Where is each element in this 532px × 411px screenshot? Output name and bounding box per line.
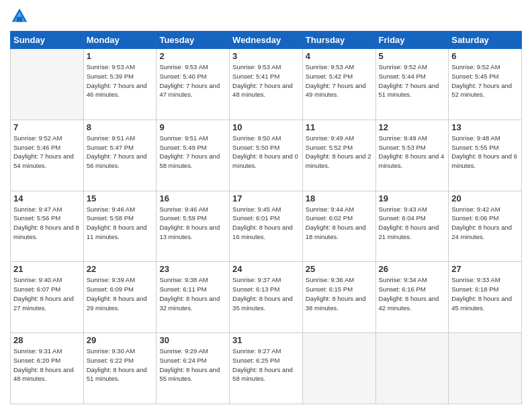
day-number: 26 [379, 264, 446, 274]
day-number: 29 [87, 335, 154, 345]
day-info: Sunrise: 9:50 AMSunset: 5:50 PMDaylight:… [232, 134, 300, 171]
day-number: 22 [87, 264, 154, 274]
calendar-cell: 11Sunrise: 9:49 AMSunset: 5:52 PMDayligh… [302, 120, 375, 191]
calendar-cell: 27Sunrise: 9:33 AMSunset: 6:18 PMDayligh… [449, 262, 522, 333]
calendar-cell: 4Sunrise: 9:53 AMSunset: 5:42 PMDaylight… [302, 49, 375, 120]
calendar-cell: 15Sunrise: 9:46 AMSunset: 5:58 PMDayligh… [83, 191, 157, 262]
calendar-cell: 30Sunrise: 9:29 AMSunset: 6:24 PMDayligh… [157, 333, 230, 404]
calendar-cell: 16Sunrise: 9:46 AMSunset: 5:59 PMDayligh… [157, 191, 230, 262]
calendar-cell: 1Sunrise: 9:53 AMSunset: 5:39 PMDaylight… [83, 49, 157, 120]
day-number: 2 [159, 51, 226, 61]
day-info: Sunrise: 9:52 AMSunset: 5:46 PMDaylight:… [13, 134, 81, 171]
calendar-cell: 2Sunrise: 9:53 AMSunset: 5:40 PMDaylight… [157, 49, 230, 120]
day-info: Sunrise: 9:52 AMSunset: 5:45 PMDaylight:… [451, 62, 519, 99]
day-number: 6 [451, 51, 519, 61]
calendar-week-4: 21Sunrise: 9:40 AMSunset: 6:07 PMDayligh… [11, 262, 522, 333]
calendar-header-sunday: Sunday [11, 32, 84, 49]
calendar-cell: 31Sunrise: 9:27 AMSunset: 6:25 PMDayligh… [230, 333, 303, 404]
day-info: Sunrise: 9:39 AMSunset: 6:09 PMDaylight:… [87, 275, 154, 312]
day-info: Sunrise: 9:45 AMSunset: 6:01 PMDaylight:… [232, 205, 300, 242]
day-number: 17 [232, 193, 300, 203]
day-number: 3 [232, 51, 300, 61]
day-number: 21 [13, 264, 81, 274]
calendar-header-row: SundayMondayTuesdayWednesdayThursdayFrid… [11, 32, 522, 49]
day-info: Sunrise: 9:43 AMSunset: 6:04 PMDaylight:… [379, 205, 446, 242]
day-number: 25 [306, 264, 373, 274]
day-info: Sunrise: 9:52 AMSunset: 5:44 PMDaylight:… [379, 62, 446, 99]
day-info: Sunrise: 9:53 AMSunset: 5:40 PMDaylight:… [159, 62, 226, 99]
day-number: 23 [159, 264, 226, 274]
day-info: Sunrise: 9:47 AMSunset: 5:56 PMDaylight:… [13, 205, 81, 242]
day-info: Sunrise: 9:37 AMSunset: 6:13 PMDaylight:… [232, 275, 300, 312]
calendar-cell: 21Sunrise: 9:40 AMSunset: 6:07 PMDayligh… [11, 262, 84, 333]
day-number: 27 [451, 264, 519, 274]
day-info: Sunrise: 9:49 AMSunset: 5:53 PMDaylight:… [379, 134, 446, 171]
calendar-cell: 19Sunrise: 9:43 AMSunset: 6:04 PMDayligh… [375, 191, 449, 262]
calendar-week-1: 1Sunrise: 9:53 AMSunset: 5:39 PMDaylight… [11, 49, 522, 120]
day-number: 20 [451, 193, 519, 203]
calendar-header-tuesday: Tuesday [157, 32, 230, 49]
day-number: 11 [306, 122, 373, 132]
day-number: 8 [87, 122, 154, 132]
day-info: Sunrise: 9:44 AMSunset: 6:02 PMDaylight:… [306, 205, 373, 242]
day-info: Sunrise: 9:49 AMSunset: 5:52 PMDaylight:… [306, 134, 373, 171]
calendar-cell [302, 333, 375, 404]
day-number: 1 [87, 51, 154, 61]
day-info: Sunrise: 9:29 AMSunset: 6:24 PMDaylight:… [159, 347, 226, 383]
day-number: 30 [159, 335, 226, 345]
day-info: Sunrise: 9:31 AMSunset: 6:20 PMDaylight:… [13, 347, 81, 383]
day-info: Sunrise: 9:40 AMSunset: 6:07 PMDaylight:… [13, 275, 81, 312]
calendar-header-monday: Monday [83, 32, 157, 49]
calendar-table: SundayMondayTuesdayWednesdayThursdayFrid… [10, 31, 522, 404]
day-info: Sunrise: 9:34 AMSunset: 6:16 PMDaylight:… [379, 275, 446, 312]
day-info: Sunrise: 9:53 AMSunset: 5:39 PMDaylight:… [87, 62, 154, 99]
calendar-cell [11, 49, 84, 120]
calendar-week-3: 14Sunrise: 9:47 AMSunset: 5:56 PMDayligh… [11, 191, 522, 262]
svg-rect-2 [17, 17, 22, 21]
header [10, 7, 522, 26]
day-info: Sunrise: 9:42 AMSunset: 6:06 PMDaylight:… [451, 205, 519, 242]
calendar-cell: 18Sunrise: 9:44 AMSunset: 6:02 PMDayligh… [302, 191, 375, 262]
calendar-cell: 6Sunrise: 9:52 AMSunset: 5:45 PMDaylight… [449, 49, 522, 120]
day-number: 12 [379, 122, 446, 132]
calendar-cell: 29Sunrise: 9:30 AMSunset: 6:22 PMDayligh… [83, 333, 157, 404]
calendar-header-thursday: Thursday [302, 32, 375, 49]
calendar-week-2: 7Sunrise: 9:52 AMSunset: 5:46 PMDaylight… [11, 120, 522, 191]
day-info: Sunrise: 9:51 AMSunset: 5:47 PMDaylight:… [87, 134, 154, 171]
day-info: Sunrise: 9:53 AMSunset: 5:41 PMDaylight:… [232, 62, 300, 99]
day-info: Sunrise: 9:36 AMSunset: 6:15 PMDaylight:… [306, 275, 373, 312]
calendar-cell: 23Sunrise: 9:38 AMSunset: 6:11 PMDayligh… [157, 262, 230, 333]
calendar-cell: 10Sunrise: 9:50 AMSunset: 5:50 PMDayligh… [230, 120, 303, 191]
calendar-cell: 17Sunrise: 9:45 AMSunset: 6:01 PMDayligh… [230, 191, 303, 262]
calendar-cell: 8Sunrise: 9:51 AMSunset: 5:47 PMDaylight… [83, 120, 157, 191]
day-number: 28 [13, 335, 81, 345]
page-container: SundayMondayTuesdayWednesdayThursdayFrid… [0, 0, 532, 411]
day-info: Sunrise: 9:30 AMSunset: 6:22 PMDaylight:… [87, 347, 154, 383]
day-number: 14 [13, 193, 81, 203]
day-number: 19 [379, 193, 446, 203]
logo-icon [10, 7, 29, 26]
calendar-cell: 9Sunrise: 9:51 AMSunset: 5:49 PMDaylight… [157, 120, 230, 191]
calendar-cell [449, 333, 522, 404]
day-number: 4 [306, 51, 373, 61]
calendar-cell: 25Sunrise: 9:36 AMSunset: 6:15 PMDayligh… [302, 262, 375, 333]
logo [10, 7, 32, 26]
calendar-cell: 26Sunrise: 9:34 AMSunset: 6:16 PMDayligh… [375, 262, 449, 333]
day-number: 5 [379, 51, 446, 61]
calendar-cell: 7Sunrise: 9:52 AMSunset: 5:46 PMDaylight… [11, 120, 84, 191]
calendar-cell: 12Sunrise: 9:49 AMSunset: 5:53 PMDayligh… [375, 120, 449, 191]
day-number: 7 [13, 122, 81, 132]
day-info: Sunrise: 9:53 AMSunset: 5:42 PMDaylight:… [306, 62, 373, 99]
day-number: 10 [232, 122, 300, 132]
day-number: 9 [159, 122, 226, 132]
day-number: 16 [159, 193, 226, 203]
day-number: 15 [87, 193, 154, 203]
calendar-cell: 3Sunrise: 9:53 AMSunset: 5:41 PMDaylight… [230, 49, 303, 120]
calendar-header-friday: Friday [375, 32, 449, 49]
calendar-cell: 22Sunrise: 9:39 AMSunset: 6:09 PMDayligh… [83, 262, 157, 333]
calendar-week-5: 28Sunrise: 9:31 AMSunset: 6:20 PMDayligh… [11, 333, 522, 404]
day-number: 31 [232, 335, 300, 345]
day-info: Sunrise: 9:48 AMSunset: 5:55 PMDaylight:… [451, 134, 519, 171]
calendar-header-wednesday: Wednesday [230, 32, 303, 49]
calendar-cell: 28Sunrise: 9:31 AMSunset: 6:20 PMDayligh… [11, 333, 84, 404]
